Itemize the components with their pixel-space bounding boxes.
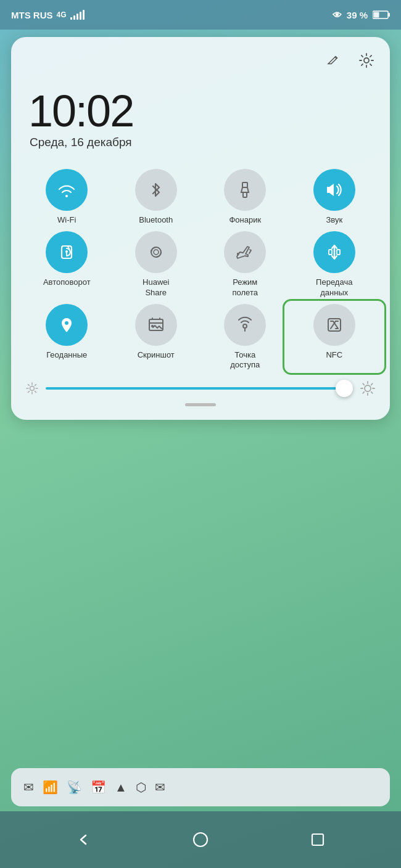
toggle-hotspot[interactable]: Точка доступа <box>202 304 289 371</box>
svg-rect-1 <box>389 13 391 17</box>
brightness-min-icon <box>26 382 38 395</box>
battery-label: 39 % <box>347 10 368 20</box>
toggle-geodata[interactable]: Геоданные <box>23 304 110 371</box>
settings-button[interactable] <box>355 49 378 72</box>
svg-point-38 <box>194 833 207 846</box>
swipe-handle-bar <box>185 403 216 406</box>
svg-line-34 <box>363 383 364 385</box>
sound-icon-circle <box>313 169 355 211</box>
bluetooth-label: Bluetooth <box>139 215 173 225</box>
carrier-label: MTS RUS <box>11 10 53 20</box>
home-button[interactable] <box>187 826 214 853</box>
toggle-screenshot[interactable]: Скриншот <box>113 304 200 371</box>
screenshot-icon-circle <box>135 304 177 346</box>
toggle-sound[interactable]: Звук <box>291 169 378 225</box>
edit-button[interactable] <box>322 49 344 72</box>
svg-line-26 <box>35 391 36 393</box>
brightness-slider[interactable] <box>46 387 353 390</box>
huawei-share-icon-circle <box>135 231 177 273</box>
svg-rect-15 <box>149 319 163 330</box>
clock-date: Среда, 16 декабря <box>30 136 378 149</box>
svg-rect-13 <box>337 250 340 255</box>
screenshot-label: Скриншот <box>138 350 175 360</box>
brightness-max-icon <box>360 381 375 396</box>
hotspot-icon-circle <box>224 304 266 346</box>
flashlight-label: Фонарик <box>229 215 261 225</box>
network-type: 4G <box>57 10 67 19</box>
autorotate-label: Автоповорот <box>43 277 91 287</box>
svg-point-3 <box>364 58 369 63</box>
bluetooth-icon-circle <box>135 169 177 211</box>
notif-rss-icon: 📡 <box>67 780 82 795</box>
notif-mail-icon: ✉ <box>23 780 34 795</box>
svg-line-28 <box>28 391 30 393</box>
svg-point-10 <box>154 250 159 255</box>
autorotate-icon-circle <box>46 231 88 273</box>
hotspot-label: Точка доступа <box>220 350 270 371</box>
toggle-huawei-share[interactable]: Huawei Share <box>113 231 200 298</box>
swipe-handle[interactable] <box>23 403 378 406</box>
svg-rect-4 <box>242 182 247 187</box>
notif-calendar-icon: 📅 <box>91 780 106 795</box>
huawei-share-label: Huawei Share <box>131 277 181 298</box>
clock-section: 10:02 Среда, 16 декабря <box>23 78 378 152</box>
svg-line-25 <box>28 385 30 386</box>
toggle-autorotate[interactable]: Автоповорот <box>23 231 110 298</box>
nfc-label: NFC <box>326 350 342 360</box>
svg-line-27 <box>35 385 36 386</box>
brightness-thumb[interactable] <box>336 380 353 397</box>
svg-rect-19 <box>328 319 341 331</box>
sound-label: Звук <box>326 215 342 225</box>
svg-rect-5 <box>243 192 247 197</box>
airplane-label: Режим полета <box>220 277 270 298</box>
geodata-label: Геоданные <box>46 350 87 360</box>
signal-icon <box>70 10 85 20</box>
clock-time: 10:02 <box>28 89 378 133</box>
nfc-icon-circle <box>313 304 355 346</box>
quick-toggle-grid: Wi-Fi Bluetooth Фонарик <box>23 169 378 370</box>
status-left: MTS RUS 4G <box>11 10 85 20</box>
svg-point-20 <box>30 387 35 391</box>
toggle-wifi[interactable]: Wi-Fi <box>23 169 110 225</box>
svg-line-35 <box>371 392 373 393</box>
notif-msg-icon: ✉ <box>155 780 165 795</box>
recents-button[interactable] <box>304 826 331 853</box>
notif-wifi-icon: 📶 <box>43 780 58 795</box>
svg-line-37 <box>363 392 364 393</box>
status-right: 👁 39 % <box>333 10 390 20</box>
toggle-bluetooth[interactable]: Bluetooth <box>113 169 200 225</box>
geodata-icon-circle <box>46 304 88 346</box>
brightness-row <box>26 381 375 396</box>
svg-rect-2 <box>374 12 379 18</box>
notif-triangle-icon: ▲ <box>115 780 127 795</box>
eye-icon: 👁 <box>333 10 342 20</box>
wifi-label: Wi-Fi <box>57 215 76 225</box>
wifi-icon-circle <box>46 169 88 211</box>
flashlight-icon-circle <box>224 169 266 211</box>
datatransfer-icon-circle <box>313 231 355 273</box>
svg-point-29 <box>365 385 371 391</box>
notif-instagram-icon: ⬡ <box>136 780 146 795</box>
toggle-nfc[interactable]: NFC <box>291 304 378 371</box>
notification-bar: ✉ 📶 📡 📅 ▲ ⬡ ✉ <box>11 768 390 806</box>
quick-settings-panel: 10:02 Среда, 16 декабря Wi-Fi Bluetooth <box>11 37 390 420</box>
toggle-airplane[interactable]: Режим полета <box>202 231 289 298</box>
datatransfer-label: Передача данных <box>310 277 359 298</box>
svg-rect-39 <box>312 834 323 845</box>
svg-point-8 <box>65 250 68 253</box>
toggle-datatransfer[interactable]: Передача данных <box>291 231 378 298</box>
bottom-navigation <box>0 811 401 868</box>
svg-point-14 <box>65 321 68 325</box>
panel-top-row <box>23 49 378 72</box>
svg-rect-12 <box>329 250 332 255</box>
svg-point-16 <box>151 325 154 327</box>
toggle-flashlight[interactable]: Фонарик <box>202 169 289 225</box>
status-bar: MTS RUS 4G 👁 39 % <box>0 0 401 30</box>
svg-line-36 <box>371 383 373 385</box>
back-button[interactable] <box>70 826 97 853</box>
battery-icon <box>373 10 390 19</box>
airplane-icon-circle <box>224 231 266 273</box>
